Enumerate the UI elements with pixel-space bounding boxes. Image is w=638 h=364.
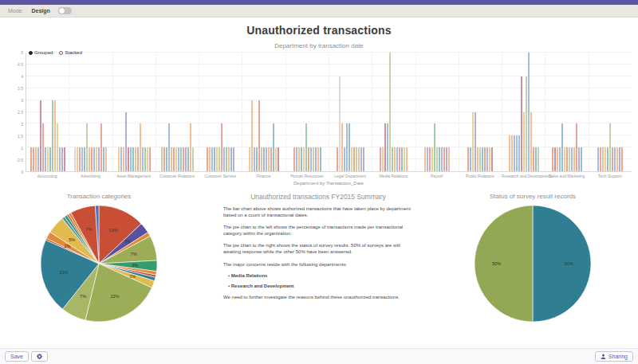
bar [351, 147, 352, 171]
bar [33, 147, 34, 171]
x-tick-label: Customer Relations [156, 174, 199, 178]
y-tick-label: 4 [21, 74, 23, 79]
bar [616, 147, 618, 171]
bar [384, 123, 386, 171]
bar [268, 147, 270, 171]
bar [49, 147, 51, 171]
bar [429, 147, 431, 171]
bar [45, 147, 46, 171]
bar [424, 147, 426, 171]
bar [168, 123, 170, 171]
bar [315, 147, 317, 171]
pie-slice-label: 22% [110, 294, 119, 299]
bar [394, 147, 396, 171]
survey-status-pie[interactable]: 50%50% [472, 203, 593, 324]
summary-paragraph-2: The pie chart to the left shows the perc… [223, 224, 413, 237]
footer-right-buttons: Sharing [595, 351, 633, 362]
bar [448, 147, 450, 171]
footer-toolbar: Save Sharing [0, 348, 638, 364]
legend-option-stacked[interactable]: Stacked [59, 50, 82, 55]
bar [89, 147, 90, 171]
bar [93, 147, 95, 171]
bar [573, 147, 575, 171]
bar [479, 147, 481, 171]
bar [470, 147, 471, 171]
bar [105, 147, 107, 171]
bar [37, 147, 39, 171]
bar [526, 76, 527, 171]
legend-grouped-label: Grouped [34, 50, 53, 55]
bar [98, 147, 100, 171]
bar [305, 123, 307, 171]
bar [207, 147, 208, 171]
bar [161, 147, 163, 171]
bar [173, 147, 175, 171]
bar [482, 147, 483, 171]
bar [387, 123, 388, 171]
save-button-label: Save [10, 354, 23, 359]
bar [96, 147, 97, 171]
bar [317, 147, 319, 171]
sharing-button[interactable]: Sharing [595, 351, 633, 362]
y-tick-label: 1 [21, 146, 23, 151]
bar [263, 147, 265, 171]
x-tick-label: Payroll [415, 174, 459, 178]
bar-group [156, 53, 199, 171]
x-tick-label: Sales and Marketing [545, 174, 588, 178]
settings-button[interactable] [31, 351, 48, 362]
bar [171, 147, 172, 171]
bar [552, 147, 553, 171]
bar [380, 147, 381, 171]
pie-slice-label: 3% [132, 263, 138, 268]
legend-option-grouped[interactable]: Grouped [29, 50, 53, 55]
pie-slice-label: 13% [108, 228, 117, 233]
bar [581, 147, 582, 171]
bar [489, 147, 490, 171]
bar [612, 147, 613, 171]
bar [439, 147, 440, 171]
bar [296, 147, 297, 171]
pie-slice-label: 50% [565, 261, 573, 266]
bar [100, 123, 102, 171]
bar [353, 147, 355, 171]
transaction-categories-pie[interactable]: 13%3%7%3%2%22%7%21%2%5%7% [38, 203, 160, 324]
pie2-title: Status of survey result records [490, 190, 576, 203]
bar [144, 147, 146, 171]
bar [183, 147, 184, 171]
bar [59, 147, 61, 171]
bar [251, 100, 253, 171]
bar [180, 147, 182, 171]
bar [42, 123, 44, 171]
pie-slice-label: 7% [85, 227, 92, 232]
bar [486, 147, 488, 171]
x-tick-label: Customer Service [199, 174, 242, 178]
bar [621, 147, 623, 171]
summary-paragraph-3: The pie chart to the right shows the sta… [223, 242, 413, 255]
bar [516, 135, 518, 171]
bar-chart-section: Department by transaction date Grouped S… [6, 40, 632, 186]
bar [578, 147, 580, 171]
bar-group [415, 53, 459, 171]
bar [214, 147, 215, 171]
bar-group [372, 53, 415, 171]
bar [135, 147, 136, 171]
bar [278, 147, 279, 171]
bar-group [26, 53, 69, 171]
bar-group [199, 53, 242, 171]
x-tick-label: Accounting [26, 174, 69, 178]
save-button[interactable]: Save [5, 351, 29, 362]
x-tick-label: Public Relations [459, 174, 502, 178]
pie-slice [475, 205, 533, 322]
x-axis-labels: AccountingAdvertisingAsset ManagementCus… [26, 174, 632, 178]
bar [310, 147, 312, 171]
bar-group [242, 53, 285, 171]
bar-plot-area[interactable] [26, 53, 632, 172]
bar [619, 147, 620, 171]
bar [223, 147, 225, 171]
design-mode-toggle[interactable] [58, 7, 72, 14]
legend-stacked-label: Stacked [65, 50, 82, 55]
bar [77, 147, 78, 171]
bar [313, 147, 314, 171]
x-tick-label: Finance [242, 174, 285, 178]
bar [270, 147, 272, 171]
